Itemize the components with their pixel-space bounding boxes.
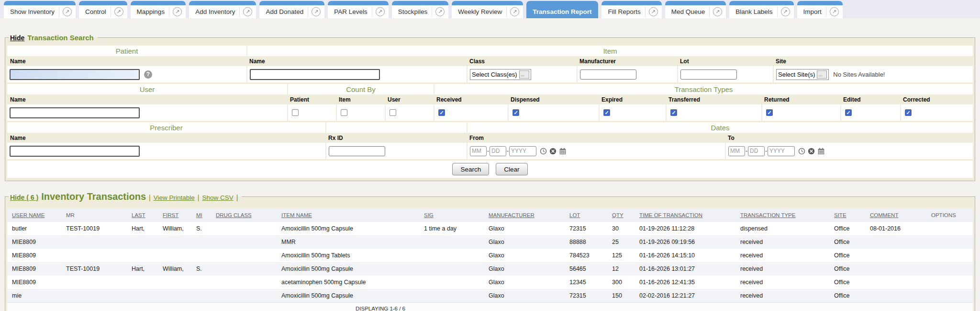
manufacturer-input[interactable] — [580, 69, 636, 80]
received-checkbox[interactable]: ✓ — [438, 109, 445, 116]
column-header-manufacturer[interactable]: MANUFACTURER — [489, 208, 569, 222]
site-picker-button[interactable]: ... — [817, 70, 827, 79]
tab-import[interactable]: Import↗ — [797, 1, 843, 18]
column-header-comment[interactable]: COMMENT — [870, 208, 931, 222]
tab-label: Add Donated — [266, 8, 303, 15]
from-year-input[interactable] — [509, 146, 536, 156]
column-header-first[interactable]: FIRST — [163, 208, 196, 222]
from-calendar-icon[interactable] — [559, 148, 567, 155]
rx-id-input[interactable] — [329, 146, 385, 156]
to-day-input[interactable] — [748, 146, 765, 156]
search-button[interactable]: Search — [452, 163, 489, 175]
column-header-qty[interactable]: QTY — [612, 208, 639, 222]
from-month-input[interactable] — [470, 146, 487, 156]
prescriber-name-input[interactable] — [10, 146, 140, 157]
to-year-input[interactable] — [768, 146, 795, 156]
item-checkbox[interactable] — [341, 109, 347, 116]
column-header-lot[interactable]: LOT — [569, 208, 612, 222]
tab-med-queue[interactable]: Med Queue↗ — [665, 1, 726, 18]
user-name-input[interactable] — [10, 107, 140, 118]
open-in-new-window-icon[interactable]: ↗ — [781, 7, 790, 16]
tab-stockpiles[interactable]: Stockpiles↗ — [392, 1, 449, 18]
open-in-new-window-icon[interactable]: ↗ — [173, 7, 182, 16]
column-header-item-name[interactable]: ITEM NAME — [281, 208, 424, 222]
column-header-time-of-transaction[interactable]: TIME OF TRANSACTION — [639, 208, 740, 222]
corrected-checkbox[interactable]: ✓ — [905, 109, 912, 116]
from-clock-icon[interactable] — [540, 148, 547, 155]
class-picker-button[interactable]: ... — [519, 70, 529, 79]
tab-weekly-review[interactable]: Weekly Review↗ — [452, 1, 523, 18]
to-date-icons — [798, 148, 825, 155]
open-in-new-window-icon[interactable]: ↗ — [510, 7, 519, 16]
patient-checkbox[interactable] — [292, 109, 299, 116]
to-clock-icon[interactable] — [798, 148, 805, 155]
transferred-checkbox[interactable]: ✓ — [670, 109, 677, 116]
tab-transaction-report[interactable]: Transaction Report — [526, 1, 598, 18]
edited-checkbox[interactable]: ✓ — [845, 109, 852, 116]
tab-control[interactable]: Control↗ — [79, 1, 127, 18]
open-in-new-window-icon[interactable]: ↗ — [243, 7, 252, 16]
column-header-sig[interactable]: SIG — [424, 208, 489, 222]
cell-transaction-type: received — [740, 249, 834, 262]
tab-add-inventory[interactable]: Add Inventory↗ — [189, 1, 256, 18]
to-clear-icon[interactable] — [808, 148, 815, 155]
tab-add-donated[interactable]: Add Donated↗ — [259, 1, 324, 18]
tab-label: Blank Labels — [735, 8, 772, 15]
cell-comment — [870, 262, 931, 276]
lot-input[interactable] — [680, 69, 737, 80]
open-in-new-window-icon[interactable]: ↗ — [435, 7, 445, 16]
hide-search-link[interactable]: Hide — [10, 34, 24, 42]
item-name-label: Name — [246, 56, 467, 66]
tab-show-inventory[interactable]: Show Inventory↗ — [4, 1, 76, 18]
from-day-input[interactable] — [490, 146, 506, 156]
to-calendar-icon[interactable] — [817, 148, 825, 155]
dispensed-checkbox[interactable]: ✓ — [512, 109, 519, 116]
expired-checkbox[interactable]: ✓ — [603, 109, 610, 116]
from-clear-icon[interactable] — [549, 148, 557, 155]
tab-label: Mappings — [137, 8, 165, 15]
tab-divider — [59, 7, 59, 17]
tab-blank-labels[interactable]: Blank Labels↗ — [729, 1, 793, 18]
tab-label: PAR Levels — [334, 8, 368, 15]
table-row: MIE8809Amoxicillin 500mg TabletsGlaxo784… — [7, 249, 973, 262]
tab-mappings[interactable]: Mappings↗ — [131, 1, 186, 18]
cell-lot: 12345 — [569, 276, 612, 289]
tab-fill-reports[interactable]: Fill Reports↗ — [601, 1, 661, 18]
column-header-label: MI — [196, 212, 202, 218]
cell-user-name: MIE8809 — [7, 276, 66, 289]
column-header-drug-class[interactable]: DRUG CLASS — [216, 208, 281, 222]
item-name-cell — [246, 66, 467, 82]
patient-name-input[interactable] — [10, 69, 140, 80]
date-separator: - — [746, 148, 747, 154]
cell-first — [163, 289, 196, 302]
item-name-input[interactable] — [250, 69, 380, 80]
column-header-mi[interactable]: MI — [196, 208, 216, 222]
column-header-user-name[interactable]: USER NAME — [7, 208, 66, 222]
returned-checkbox[interactable]: ✓ — [766, 109, 773, 116]
date-separator: - — [507, 148, 509, 154]
open-in-new-window-icon[interactable]: ↗ — [376, 7, 385, 16]
column-header-site[interactable]: SITE — [834, 208, 870, 222]
open-in-new-window-icon[interactable]: ↗ — [830, 7, 839, 16]
patient-help-icon[interactable]: ? — [144, 70, 152, 79]
show-csv-link[interactable]: Show CSV — [202, 194, 233, 201]
class-cell: Select Class(es) ... — [467, 66, 577, 82]
tab-divider — [372, 7, 372, 17]
hide-results-link[interactable]: Hide ( 6 ) — [10, 194, 38, 201]
open-in-new-window-icon[interactable]: ↗ — [63, 7, 72, 16]
user-checkbox[interactable] — [390, 109, 396, 116]
view-printable-link[interactable]: View Printable — [154, 194, 195, 201]
site-select-box[interactable]: Select Site(s) ... — [776, 69, 829, 80]
open-in-new-window-icon[interactable]: ↗ — [649, 7, 658, 16]
open-in-new-window-icon[interactable]: ↗ — [713, 7, 722, 16]
to-month-input[interactable] — [728, 146, 745, 156]
column-header-transaction-type[interactable]: TRANSACTION TYPE — [740, 208, 834, 222]
clear-button[interactable]: Clear — [496, 163, 527, 175]
column-header-last[interactable]: LAST — [132, 208, 163, 222]
user-name-label: Name — [7, 94, 287, 104]
open-in-new-window-icon[interactable]: ↗ — [312, 7, 321, 16]
cell-lot: 72315 — [569, 289, 612, 302]
class-select-box[interactable]: Select Class(es) ... — [470, 69, 531, 80]
open-in-new-window-icon[interactable]: ↗ — [114, 7, 123, 16]
tab-par-levels[interactable]: PAR Levels↗ — [328, 1, 389, 18]
